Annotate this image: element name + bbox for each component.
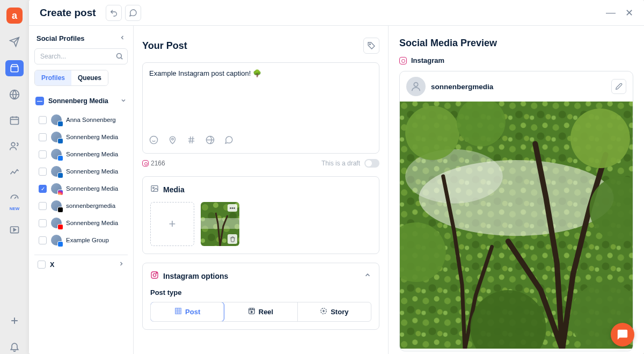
svg-rect-7: [11, 117, 19, 124]
rail-globe-icon[interactable]: [7, 87, 22, 102]
comment-icon[interactable]: [224, 135, 233, 147]
close-button[interactable]: ✕: [625, 7, 633, 19]
svg-rect-22: [175, 308, 181, 314]
avatar: [51, 235, 62, 245]
preview-username: sonnenbergmedia: [431, 83, 493, 91]
profile-tabs: Profiles Queues: [34, 70, 108, 86]
hashtag-icon[interactable]: [187, 135, 196, 147]
svg-point-29: [405, 106, 459, 160]
workspace-name: X: [50, 261, 54, 269]
draft-toggle[interactable]: [364, 159, 379, 168]
profiles-panel: Social Profiles Profiles Queues — Sonnen…: [29, 26, 134, 354]
avatar: [406, 77, 426, 96]
profile-row[interactable]: Sonnenberg Media: [38, 163, 128, 179]
profile-row[interactable]: Sonnenberg Media: [38, 129, 128, 145]
rail-new-badge: NEW: [10, 206, 20, 211]
checkbox[interactable]: [39, 133, 47, 141]
profiles-list: Anna Sonnenberg Sonnenberg Media Sonnenb…: [34, 112, 128, 248]
profile-row[interactable]: Anna Sonnenberg: [38, 112, 128, 128]
post-type-post[interactable]: Post: [150, 302, 224, 322]
instagram-icon: [142, 160, 149, 167]
emoji-icon[interactable]: [149, 135, 158, 147]
media-delete-button[interactable]: [228, 234, 237, 244]
checkbox[interactable]: ✓: [39, 185, 47, 193]
checkbox[interactable]: [38, 261, 46, 269]
profile-row[interactable]: sonnenbergmedia: [38, 198, 128, 214]
checkbox[interactable]: [39, 168, 47, 176]
rail-video-icon[interactable]: [7, 222, 22, 237]
rail-dashboard-icon[interactable]: [7, 190, 22, 205]
profile-row[interactable]: Example Group: [38, 232, 128, 248]
media-thumbnail[interactable]: •••: [201, 202, 239, 246]
collapse-profiles-button[interactable]: [119, 33, 126, 43]
editor-toolbar: [149, 135, 372, 147]
post-type-story[interactable]: Story: [298, 302, 371, 321]
rail-bell-icon[interactable]: [7, 339, 22, 354]
app-logo[interactable]: a: [6, 8, 23, 24]
caption-editor[interactable]: Example Instagram post caption! 🌳: [142, 62, 379, 154]
svg-rect-18: [201, 218, 239, 229]
profile-name: Anna Sonnenberg: [66, 117, 116, 123]
add-media-button[interactable]: +: [150, 202, 194, 246]
collapse-icon[interactable]: [364, 271, 371, 280]
location-icon[interactable]: [168, 135, 177, 147]
rail-send-icon[interactable]: [7, 34, 22, 49]
svg-point-11: [369, 44, 370, 45]
preview-card: sonnenbergmedia: [399, 71, 633, 351]
preview-heading: Social Media Preview: [399, 38, 633, 49]
linkedin-badge-icon: [57, 138, 63, 144]
tab-queues[interactable]: Queues: [71, 70, 108, 85]
svg-point-25: [414, 83, 418, 86]
rail-calendar-icon[interactable]: [7, 113, 22, 128]
svg-point-13: [172, 138, 174, 140]
story-icon: [320, 307, 327, 316]
search-icon: [115, 52, 123, 62]
profile-name: sonnenbergmedia: [66, 203, 115, 209]
caption-text[interactable]: Example Instagram post caption! 🌳: [149, 69, 372, 131]
instagram-icon: [150, 271, 159, 281]
profile-row[interactable]: ✓Sonnenberg Media: [38, 180, 128, 197]
svg-point-21: [156, 273, 157, 273]
checkbox[interactable]: [39, 150, 47, 158]
tag-button[interactable]: [363, 38, 379, 54]
checkbox[interactable]: [39, 116, 47, 124]
profile-row[interactable]: Sonnenberg Media: [38, 215, 128, 231]
rail-add-icon[interactable]: [7, 313, 22, 328]
svg-point-20: [153, 273, 156, 276]
checkbox[interactable]: [39, 236, 47, 244]
avatar: [51, 183, 62, 194]
globe-icon[interactable]: [206, 135, 215, 147]
profile-name: Sonnenberg Media: [66, 134, 118, 140]
workspace-row-collapsed[interactable]: X: [34, 255, 128, 274]
svg-point-12: [150, 136, 157, 143]
post-type-reel[interactable]: Reel: [224, 302, 297, 321]
chat-bubble-button[interactable]: [611, 323, 634, 346]
workspace-checkbox[interactable]: —: [35, 97, 44, 105]
modal-header: Create post — ✕: [29, 0, 644, 26]
svg-point-31: [570, 109, 630, 168]
rail-inbox-icon[interactable]: [5, 60, 24, 76]
edit-preview-button[interactable]: [611, 79, 626, 94]
profile-name: Sonnenberg Media: [66, 151, 118, 157]
media-more-button[interactable]: •••: [228, 204, 237, 212]
profiles-heading: Social Profiles: [36, 34, 85, 42]
checkbox[interactable]: [39, 202, 47, 210]
tab-profiles[interactable]: Profiles: [35, 70, 71, 85]
undo-button[interactable]: [106, 5, 122, 21]
search-input[interactable]: [34, 48, 128, 64]
avatar: [51, 200, 62, 211]
linkedin-badge-icon: [57, 172, 63, 178]
rail-people-icon[interactable]: [7, 139, 22, 154]
app-rail: a NEW: [0, 0, 29, 354]
profile-row[interactable]: Sonnenberg Media: [38, 146, 128, 162]
reel-icon: [248, 307, 255, 316]
templates-button[interactable]: [125, 5, 141, 21]
svg-point-16: [153, 187, 155, 189]
rail-analytics-icon[interactable]: [7, 164, 22, 179]
workspace-row[interactable]: — Sonnenberg Media: [34, 93, 128, 109]
checkbox[interactable]: [39, 219, 47, 227]
svg-point-28: [405, 149, 503, 204]
svg-rect-23: [249, 308, 255, 314]
svg-point-8: [11, 142, 15, 146]
minimize-button[interactable]: —: [606, 7, 616, 19]
